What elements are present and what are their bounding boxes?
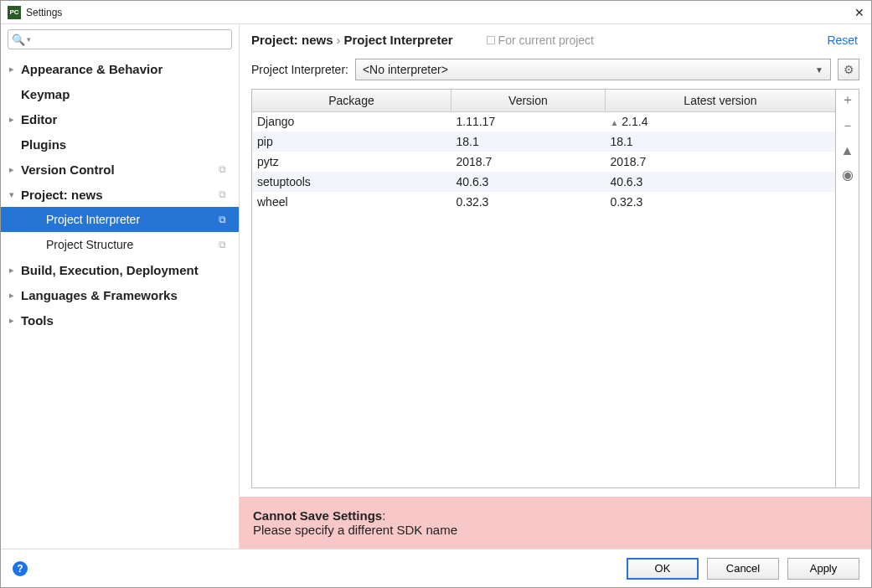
cell-version: 40.6.3 bbox=[451, 172, 605, 192]
window-title: Settings bbox=[26, 7, 848, 18]
sidebar-item-project-structure[interactable]: Project Structure⧉ bbox=[1, 232, 239, 257]
sidebar-item-project-news[interactable]: ▾Project: news⧉ bbox=[1, 182, 239, 207]
cell-package: setuptools bbox=[252, 172, 451, 192]
gear-icon: ⚙ bbox=[844, 63, 854, 76]
table-row[interactable]: pip18.118.1 bbox=[252, 132, 835, 152]
table-row[interactable]: setuptools40.6.340.6.3 bbox=[252, 172, 835, 192]
cell-package: pytz bbox=[252, 152, 451, 172]
error-title: Cannot Save Settings bbox=[253, 508, 382, 523]
cell-latest: 40.6.3 bbox=[605, 172, 835, 192]
app-icon: PC bbox=[8, 6, 21, 19]
sidebar-item-label: Editor bbox=[21, 112, 239, 126]
chevron-down-icon: ▼ bbox=[815, 65, 823, 75]
scope-icon: ⧉ bbox=[219, 188, 230, 200]
close-icon[interactable]: ✕ bbox=[848, 6, 864, 19]
breadcrumb-part2: Project Interpreter bbox=[344, 33, 453, 47]
sidebar-item-label: Plugins bbox=[21, 137, 239, 152]
chevron-right-icon: ▸ bbox=[9, 164, 21, 175]
cell-package: pip bbox=[252, 132, 451, 152]
sidebar-item-label: Appearance & Behavior bbox=[21, 62, 239, 76]
apply-button[interactable]: Apply bbox=[787, 558, 859, 580]
sidebar-item-label: Tools bbox=[21, 313, 239, 328]
cell-version: 1.11.17 bbox=[451, 111, 605, 132]
sidebar-item-label: Build, Execution, Deployment bbox=[21, 263, 239, 277]
sidebar: 🔍 ▾ ▸Appearance & BehaviorKeymap▸EditorP… bbox=[1, 24, 240, 549]
error-message: Please specify a different SDK name bbox=[253, 523, 457, 537]
col-latest[interactable]: Latest version bbox=[605, 90, 835, 111]
sidebar-item-plugins[interactable]: Plugins bbox=[1, 132, 239, 157]
sidebar-item-label: Project Interpreter bbox=[46, 213, 219, 226]
sidebar-item-label: Keymap bbox=[21, 87, 239, 101]
scope-icon: ⧉ bbox=[219, 239, 230, 250]
cell-package: wheel bbox=[252, 192, 451, 212]
content-area: Project: news › Project Interpreter For … bbox=[240, 24, 871, 549]
remove-package-button[interactable]: － bbox=[839, 117, 856, 135]
upgrade-available-icon: ▲ bbox=[610, 118, 618, 127]
scope-icon: ⧉ bbox=[219, 163, 230, 175]
breadcrumb-separator: › bbox=[337, 33, 341, 47]
sidebar-item-version-control[interactable]: ▸Version Control⧉ bbox=[1, 157, 239, 182]
sidebar-item-label: Project: news bbox=[21, 188, 219, 202]
chevron-right-icon: ▸ bbox=[9, 265, 21, 276]
titlebar: PC Settings ✕ bbox=[1, 1, 871, 24]
sidebar-item-languages-frameworks[interactable]: ▸Languages & Frameworks bbox=[1, 282, 239, 307]
interpreter-select[interactable]: <No interpreter> ▼ bbox=[355, 59, 831, 80]
sidebar-item-build-execution-deployment[interactable]: ▸Build, Execution, Deployment bbox=[1, 257, 239, 282]
sidebar-item-editor[interactable]: ▸Editor bbox=[1, 106, 239, 132]
sidebar-item-keymap[interactable]: Keymap bbox=[1, 81, 239, 106]
cell-version: 18.1 bbox=[451, 132, 605, 152]
col-version[interactable]: Version bbox=[451, 90, 605, 111]
sidebar-item-appearance-behavior[interactable]: ▸Appearance & Behavior bbox=[1, 56, 239, 81]
cell-latest: ▲2.1.4 bbox=[605, 111, 835, 132]
cell-latest: 0.32.3 bbox=[605, 192, 835, 212]
sidebar-item-tools[interactable]: ▸Tools bbox=[1, 307, 239, 333]
help-button[interactable]: ? bbox=[13, 561, 28, 576]
cell-latest: 18.1 bbox=[605, 132, 835, 152]
sidebar-item-label: Project Structure bbox=[46, 238, 219, 251]
cell-package: Django bbox=[252, 111, 451, 132]
cancel-button[interactable]: Cancel bbox=[707, 558, 779, 580]
settings-tree: ▸Appearance & BehaviorKeymap▸EditorPlugi… bbox=[1, 54, 239, 549]
footer: ? OK Cancel Apply bbox=[1, 549, 871, 587]
packages-table: Package Version Latest version Django1.1… bbox=[251, 89, 836, 488]
show-early-releases-button[interactable]: ◉ bbox=[839, 167, 856, 183]
ok-button[interactable]: OK bbox=[627, 558, 699, 580]
interpreter-value: <No interpreter> bbox=[363, 63, 448, 76]
breadcrumb-row: Project: news › Project Interpreter For … bbox=[240, 24, 871, 52]
scope-icon bbox=[487, 36, 495, 44]
upgrade-package-button[interactable]: ▲ bbox=[839, 143, 856, 158]
sidebar-item-label: Version Control bbox=[21, 162, 219, 177]
error-banner: Cannot Save Settings: Please specify a d… bbox=[240, 497, 871, 549]
search-dropdown-icon[interactable]: ▾ bbox=[27, 35, 31, 44]
breadcrumb-part1: Project: news bbox=[251, 33, 333, 47]
search-icon: 🔍 bbox=[12, 34, 25, 46]
table-row[interactable]: wheel0.32.30.32.3 bbox=[252, 192, 835, 212]
chevron-right-icon: ▸ bbox=[9, 114, 21, 125]
reset-link[interactable]: Reset bbox=[827, 34, 858, 47]
interpreter-settings-button[interactable]: ⚙ bbox=[838, 59, 859, 80]
scope-icon: ⧉ bbox=[219, 214, 230, 225]
chevron-down-icon: ▾ bbox=[9, 189, 21, 200]
package-toolbar: ＋ － ▲ ◉ bbox=[836, 89, 859, 488]
search-input[interactable]: 🔍 ▾ bbox=[8, 29, 232, 49]
chevron-right-icon: ▸ bbox=[9, 315, 21, 326]
table-row[interactable]: pytz2018.72018.7 bbox=[252, 152, 835, 172]
sidebar-item-project-interpreter[interactable]: Project Interpreter⧉ bbox=[1, 207, 239, 232]
col-package[interactable]: Package bbox=[252, 90, 451, 111]
table-row[interactable]: Django1.11.17▲2.1.4 bbox=[252, 111, 835, 132]
cell-version: 0.32.3 bbox=[451, 192, 605, 212]
chevron-right-icon: ▸ bbox=[9, 290, 21, 301]
interpreter-label: Project Interpreter: bbox=[251, 63, 348, 76]
sidebar-item-label: Languages & Frameworks bbox=[21, 288, 239, 302]
cell-latest: 2018.7 bbox=[605, 152, 835, 172]
chevron-right-icon: ▸ bbox=[9, 64, 21, 75]
for-current-project-label: For current project bbox=[487, 34, 594, 47]
cell-version: 2018.7 bbox=[451, 152, 605, 172]
add-package-button[interactable]: ＋ bbox=[839, 91, 856, 109]
